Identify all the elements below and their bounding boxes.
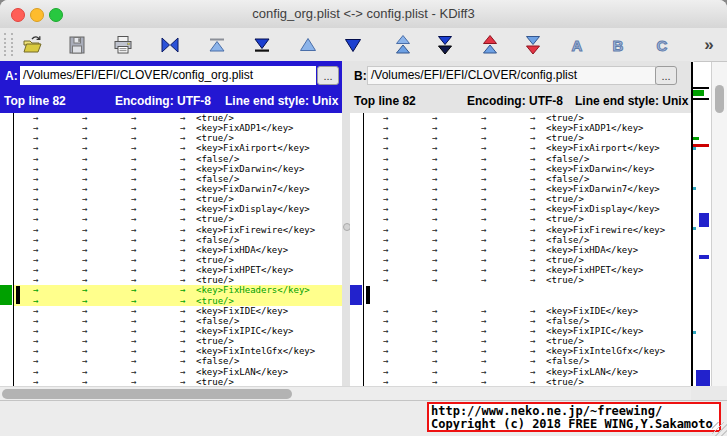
code-text: <key>FixLAN</key>: [546, 367, 638, 377]
diff-marker-a: [0, 285, 12, 305]
pane-a-text[interactable]: →→→→<true/>→→→→<key>FixADP1</key>→→→→<tr…: [14, 113, 342, 386]
go-last-delta-button[interactable]: [251, 34, 273, 56]
tab-arrow-icon: →: [432, 225, 481, 235]
pane-b-path-input[interactable]: /Volumes/EFI/EFI/CLOVER/config.plist: [367, 66, 656, 85]
printer-icon: [112, 34, 134, 56]
go-next-unsolved-conflict-button[interactable]: [522, 34, 544, 56]
code-line: →→→→<false/>: [14, 174, 342, 184]
diff-overview[interactable]: [693, 62, 711, 400]
tab-arrow-icon: →: [33, 214, 82, 224]
pane-a-margin: [0, 113, 14, 386]
pane-b-header: B: /Volumes/EFI/EFI/CLOVER/config.plist …: [350, 61, 694, 113]
go-prev-conflict-button[interactable]: [392, 34, 414, 56]
code-line: →→→→<false/>: [14, 154, 342, 164]
tab-arrow-icon: →: [180, 336, 196, 346]
horizontal-scrollbar[interactable]: [0, 386, 691, 401]
code-text: <false/>: [196, 174, 239, 184]
tab-arrow-icon: →: [481, 154, 530, 164]
pane-b-browse-button[interactable]: ...: [655, 66, 677, 85]
tab-arrow-icon: →: [383, 194, 432, 204]
pane-a-label: A:: [5, 69, 18, 83]
code-text: <key>FixDarwin7</key>: [196, 184, 310, 194]
code-text: <key>FixADP1</key>: [546, 123, 644, 133]
tab-arrow-icon: →: [131, 245, 180, 255]
tab-arrow-icon: →: [432, 174, 481, 184]
toolbar-overflow-button[interactable]: »: [698, 34, 720, 56]
tab-arrow-icon: →: [530, 123, 546, 133]
open-button[interactable]: [21, 34, 43, 56]
tab-arrow-icon: →: [33, 143, 82, 153]
copyright-text: Copyright (c) 2018 FREE WING,Y.Sakamoto: [431, 418, 717, 431]
go-current-delta-button[interactable]: [159, 34, 181, 56]
tab-arrow-icon: →: [383, 204, 432, 214]
tab-arrow-icon: →: [432, 316, 481, 326]
pane-b-text[interactable]: →→→→<true/>→→→→<key>FixADP1</key>→→→→<tr…: [364, 113, 692, 386]
code-line: →→→→<key>FixHDA</key>: [364, 245, 692, 255]
diff-gap-line: [364, 285, 692, 295]
pane-splitter[interactable]: [342, 61, 350, 400]
tab-arrow-icon: →: [383, 377, 432, 386]
horizontal-scrollbar-thumb[interactable]: [2, 389, 292, 399]
tab-arrow-icon: →: [383, 133, 432, 143]
tab-arrow-icon: →: [131, 214, 180, 224]
tab-arrow-icon: →: [481, 123, 530, 133]
tab-arrow-icon: →: [33, 367, 82, 377]
vertical-scrollbar[interactable]: [711, 62, 727, 400]
double-triangle-down-red-icon: [522, 34, 544, 56]
pane-a-browse-button[interactable]: ...: [317, 66, 339, 85]
code-line: →→→→<key>FixADP1</key>: [14, 123, 342, 133]
tab-arrow-icon: →: [82, 377, 131, 386]
scrollbar-corner: [691, 386, 727, 400]
vertical-scrollbar-thumb[interactable]: [715, 85, 724, 113]
tab-arrow-icon: →: [33, 184, 82, 194]
pane-a-path-input[interactable]: /Volumes/EFI/EFI/CLOVER/config_org.plist: [20, 66, 316, 85]
code-line: →→→→<false/>: [14, 356, 342, 366]
code-text: <true/>: [546, 113, 584, 123]
save-button[interactable]: [66, 34, 88, 56]
code-line: →→→→<key>FixHeaders</key>: [14, 285, 342, 295]
folder-open-icon: [21, 34, 43, 56]
tab-arrow-icon: →: [481, 194, 530, 204]
select-line-a-button[interactable]: A: [566, 34, 588, 56]
code-line: →→→→<key>FixHPET</key>: [14, 265, 342, 275]
code-line: →→→→<true/>: [364, 377, 692, 386]
go-prev-delta-button[interactable]: [297, 34, 319, 56]
tab-arrow-icon: →: [180, 123, 196, 133]
pane-b-line-end: Line end style: Unix: [575, 94, 688, 108]
toolbar-drag-handle[interactable]: [4, 33, 13, 56]
tab-arrow-icon: →: [481, 143, 530, 153]
tab-arrow-icon: →: [432, 194, 481, 204]
overview-mark: [693, 137, 699, 140]
tab-arrow-icon: →: [481, 367, 530, 377]
pane-b-label: B:: [354, 69, 367, 83]
select-line-c-button[interactable]: C: [651, 34, 673, 56]
tab-arrow-icon: →: [530, 306, 546, 316]
tab-arrow-icon: →: [82, 235, 131, 245]
tab-arrow-icon: →: [481, 184, 530, 194]
tab-arrow-icon: →: [82, 225, 131, 235]
tab-arrow-icon: →: [432, 164, 481, 174]
tab-arrow-icon: →: [383, 306, 432, 316]
tab-arrow-icon: →: [530, 204, 546, 214]
tab-arrow-icon: →: [131, 255, 180, 265]
code-line: →→→→<key>FixLAN</key>: [14, 367, 342, 377]
tab-arrow-icon: →: [131, 204, 180, 214]
resize-grip[interactable]: [712, 422, 727, 436]
tab-arrow-icon: →: [432, 367, 481, 377]
tab-arrow-icon: →: [180, 377, 196, 386]
kdiff3-window: config_org.plist <-> config.plist - KDif…: [0, 0, 727, 436]
go-prev-unsolved-conflict-button[interactable]: [479, 34, 501, 56]
code-text: <true/>: [196, 214, 234, 224]
print-button[interactable]: [112, 34, 134, 56]
go-next-conflict-button[interactable]: [434, 34, 456, 56]
tab-arrow-icon: →: [82, 204, 131, 214]
code-line: →→→→<key>FixAirport</key>: [364, 143, 692, 153]
code-text: <true/>: [546, 133, 584, 143]
tab-arrow-icon: →: [82, 356, 131, 366]
select-line-b-button[interactable]: B: [607, 34, 629, 56]
code-text: <true/>: [196, 133, 234, 143]
go-next-delta-button[interactable]: [342, 34, 364, 56]
go-first-delta-button[interactable]: [206, 34, 228, 56]
tab-arrow-icon: →: [432, 184, 481, 194]
tab-arrow-icon: →: [432, 133, 481, 143]
